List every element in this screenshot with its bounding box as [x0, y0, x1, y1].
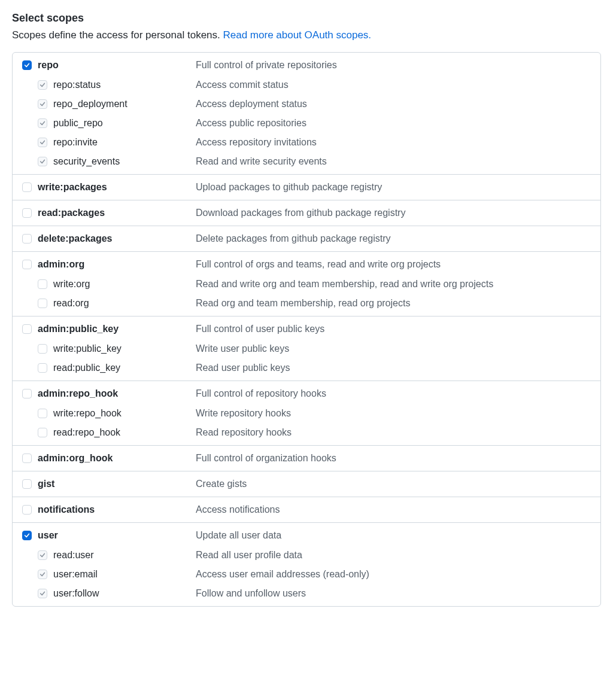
scope-description: Access user email addresses (read-only) [196, 569, 369, 580]
scope-description: Access public repositories [196, 118, 306, 129]
scope-label[interactable]: notifications [38, 504, 95, 515]
scope-label[interactable]: user:follow [53, 588, 99, 599]
scope-label[interactable]: delete:packages [38, 233, 113, 244]
scope-row-admin-public-key: admin:public_keyFull control of user pub… [13, 316, 600, 339]
scope-group: userUpdate all user dataread:userRead al… [13, 522, 600, 606]
scope-label[interactable]: security_events [53, 156, 120, 167]
scope-checkbox-cell: admin:org_hook [22, 453, 196, 464]
scope-row-read-repo-hook: read:repo_hookRead repository hooks [13, 423, 600, 445]
scope-description: Full control of user public keys [196, 324, 324, 334]
scope-checkbox-admin-org-hook[interactable] [22, 454, 32, 463]
scope-description: Full control of repository hooks [196, 388, 326, 399]
scope-checkbox-cell: admin:org [22, 259, 196, 270]
scope-row-write-packages: write:packagesUpload packages to github … [13, 175, 600, 200]
scope-label[interactable]: repo [38, 60, 59, 71]
scope-label[interactable]: admin:repo_hook [38, 388, 118, 399]
scope-row-read-org: read:orgRead org and team membership, re… [13, 294, 600, 316]
scope-description: Write user public keys [196, 343, 289, 354]
scope-label[interactable]: write:public_key [53, 343, 122, 354]
scope-checkbox-write-public-key[interactable] [38, 344, 47, 354]
scope-description: Read and write org and team membership, … [196, 279, 493, 290]
scope-checkbox-repo-invite[interactable] [38, 138, 47, 147]
scope-group: admin:public_keyFull control of user pub… [13, 316, 600, 381]
scope-checkbox-cell: delete:packages [22, 233, 196, 244]
scope-checkbox-read-user[interactable] [38, 550, 47, 560]
scope-label[interactable]: repo_deployment [53, 99, 128, 109]
scope-label[interactable]: read:repo_hook [53, 427, 120, 438]
scope-label[interactable]: repo:invite [53, 137, 98, 148]
scope-description: Delete packages from github package regi… [196, 233, 391, 244]
scope-label[interactable]: read:public_key [53, 363, 120, 373]
oauth-scopes-link[interactable]: Read more about OAuth scopes. [223, 29, 371, 41]
scope-label[interactable]: admin:org [38, 259, 84, 270]
scope-group: notificationsAccess notifications [13, 497, 600, 522]
scope-label[interactable]: write:org [53, 279, 90, 290]
scope-row-write-repo-hook: write:repo_hookWrite repository hooks [13, 404, 600, 423]
scope-label[interactable]: user:email [53, 569, 98, 580]
scope-group: admin:org_hookFull control of organizati… [13, 445, 600, 471]
scope-label[interactable]: gist [38, 479, 54, 489]
scope-checkbox-admin-public-key[interactable] [22, 324, 32, 334]
scope-checkbox-admin-repo-hook[interactable] [22, 389, 32, 398]
scope-checkbox-write-repo-hook[interactable] [38, 409, 47, 418]
scope-checkbox-cell: repo:invite [22, 137, 196, 148]
scope-checkbox-cell: security_events [22, 156, 196, 167]
scope-checkbox-gist[interactable] [22, 479, 32, 489]
scope-description: Read all user profile data [196, 550, 302, 561]
scope-checkbox-read-public-key[interactable] [38, 363, 47, 373]
scope-checkbox-read-packages[interactable] [22, 208, 32, 218]
scope-group: read:packagesDownload packages from gith… [13, 200, 600, 226]
scope-group: write:packagesUpload packages to github … [13, 174, 600, 200]
scope-label[interactable]: read:user [53, 550, 94, 561]
scope-row-write-public-key: write:public_keyWrite user public keys [13, 339, 600, 358]
subtitle-text: Scopes define the access for personal to… [12, 29, 223, 41]
scope-row-user-follow: user:followFollow and unfollow users [13, 584, 600, 606]
scope-checkbox-user[interactable] [22, 531, 32, 540]
scope-description: Access commit status [196, 80, 289, 90]
scope-label[interactable]: admin:org_hook [38, 453, 113, 464]
scope-checkbox-user-follow[interactable] [38, 589, 47, 598]
scope-label[interactable]: write:packages [38, 182, 107, 193]
scope-group: gistCreate gists [13, 471, 600, 497]
scope-label[interactable]: repo:status [53, 80, 101, 90]
scope-label[interactable]: admin:public_key [38, 324, 119, 334]
scope-checkbox-write-packages[interactable] [22, 182, 32, 192]
scope-description: Full control of orgs and teams, read and… [196, 259, 441, 270]
scope-row-delete-packages: delete:packagesDelete packages from gith… [13, 226, 600, 251]
scope-checkbox-read-org[interactable] [38, 299, 47, 308]
scope-description: Create gists [196, 479, 247, 489]
scope-row-public-repo: public_repoAccess public repositories [13, 114, 600, 133]
scope-checkbox-cell: repo_deployment [22, 99, 196, 109]
scope-description: Write repository hooks [196, 408, 291, 419]
scope-checkbox-write-org[interactable] [38, 279, 47, 289]
scope-description: Download packages from github package re… [196, 208, 405, 218]
scope-checkbox-security-events[interactable] [38, 157, 47, 166]
scope-checkbox-admin-org[interactable] [22, 260, 32, 269]
scope-checkbox-user-email[interactable] [38, 570, 47, 579]
scope-label[interactable]: read:org [53, 298, 89, 309]
scope-checkbox-read-repo-hook[interactable] [38, 428, 47, 437]
scope-checkbox-repo[interactable] [22, 60, 32, 70]
scope-description: Read org and team membership, read org p… [196, 298, 410, 309]
scope-checkbox-cell: write:repo_hook [22, 408, 196, 419]
scope-checkbox-cell: write:packages [22, 182, 196, 193]
scope-checkbox-delete-packages[interactable] [22, 234, 32, 244]
scope-description: Access deployment status [196, 99, 307, 109]
scope-checkbox-cell: repo:status [22, 80, 196, 90]
scope-checkbox-notifications[interactable] [22, 505, 32, 515]
section-subtitle: Scopes define the access for personal to… [12, 29, 601, 41]
scope-row-write-org: write:orgRead and write org and team mem… [13, 275, 600, 294]
scope-checkbox-cell: repo [22, 60, 196, 71]
scope-checkbox-cell: user:email [22, 569, 196, 580]
scope-checkbox-repo-status[interactable] [38, 80, 47, 90]
scope-checkbox-public-repo[interactable] [38, 118, 47, 128]
scope-description: Follow and unfollow users [196, 588, 306, 599]
scope-description: Read repository hooks [196, 427, 292, 438]
scope-checkbox-cell: notifications [22, 504, 196, 515]
scope-label[interactable]: public_repo [53, 118, 103, 129]
scope-label[interactable]: write:repo_hook [53, 408, 122, 419]
scope-checkbox-repo-deployment[interactable] [38, 99, 47, 109]
scope-label[interactable]: read:packages [38, 208, 105, 218]
scope-label[interactable]: user [38, 530, 58, 541]
scope-row-notifications: notificationsAccess notifications [13, 497, 600, 522]
